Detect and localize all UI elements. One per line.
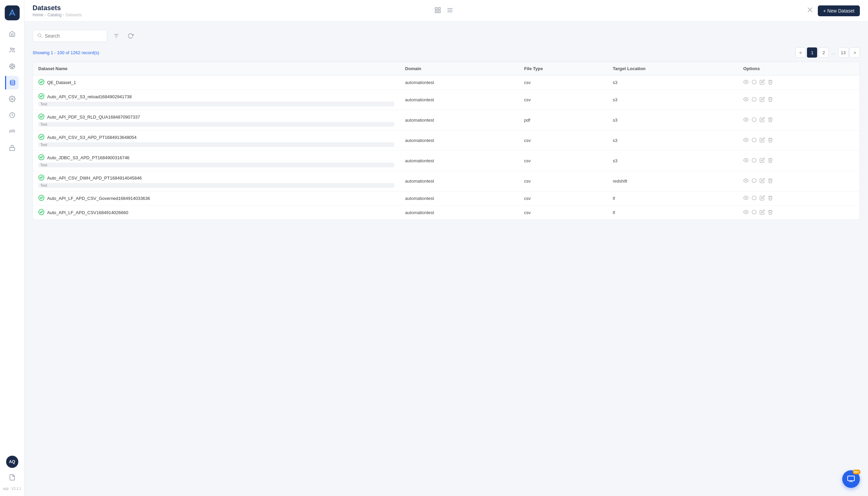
edit-icon[interactable] <box>760 178 765 184</box>
cell-target: s3 <box>607 151 738 171</box>
table-row: Auto_JDBC_S3_APD_PT1684900316746 Test au… <box>33 151 859 171</box>
avatar[interactable]: AQ <box>6 456 18 468</box>
cell-options <box>738 90 859 110</box>
view-icon[interactable] <box>743 210 749 216</box>
sidebar-item-home[interactable] <box>5 27 19 41</box>
clone-icon[interactable] <box>751 210 757 216</box>
svg-point-37 <box>745 119 747 120</box>
dataset-name-text[interactable]: Auto_API_CSV_DWH_APD_PT1684914045846 <box>47 175 142 181</box>
delete-icon[interactable] <box>768 79 773 86</box>
pagination-page-13[interactable]: 13 <box>838 47 848 58</box>
svg-point-41 <box>745 139 747 141</box>
clone-icon[interactable] <box>751 195 757 202</box>
pagination-prev[interactable]: < <box>795 47 806 58</box>
breadcrumb-home[interactable]: Home <box>32 13 43 17</box>
pagination-page-1[interactable]: 1 <box>807 47 817 58</box>
svg-point-45 <box>745 159 747 161</box>
view-icon[interactable] <box>743 137 749 144</box>
pagination: < 1 2 ... 13 > <box>795 47 860 58</box>
content-area: Showing 1 - 100 of 1262 record(s) < 1 2 … <box>25 22 868 496</box>
view-icon[interactable] <box>743 157 749 164</box>
dataset-name-text[interactable]: Auto_API_CSV_S3_reload1684902941738 <box>47 94 132 99</box>
view-icon[interactable] <box>743 79 749 86</box>
filter-button[interactable] <box>111 31 121 41</box>
status-icon <box>38 174 44 182</box>
edit-icon[interactable] <box>760 210 765 216</box>
clone-icon[interactable] <box>751 178 757 184</box>
dataset-name-text[interactable]: Auto_API_LF_APD_CSV_Governed168491403363… <box>47 196 150 201</box>
edit-icon[interactable] <box>760 96 765 103</box>
cell-options <box>738 171 859 191</box>
col-options: Options <box>738 62 859 76</box>
new-dataset-button[interactable]: + New Dataset <box>818 5 860 16</box>
svg-rect-59 <box>848 476 854 481</box>
clone-icon[interactable] <box>751 79 757 86</box>
list-view-icon[interactable] <box>447 7 453 15</box>
pagination-page-2[interactable]: 2 <box>819 47 829 58</box>
cell-domain: automationtest <box>400 171 519 191</box>
cell-target: s3 <box>607 130 738 151</box>
records-info-row: Showing 1 - 100 of 1262 record(s) < 1 2 … <box>32 47 860 58</box>
sidebar-item-waves[interactable] <box>5 125 19 138</box>
cell-target: lf <box>607 206 738 220</box>
close-icon[interactable] <box>806 6 814 15</box>
cell-name: Auto_API_LF_APD_CSV_Governed168491403363… <box>33 191 400 206</box>
dataset-name-text[interactable]: Auto_API_LF_APD_CSV1684914026660 <box>47 210 128 215</box>
table-row: Auto_API_CSV_S3_APD_PT1684913648054 Test… <box>33 130 859 151</box>
svg-point-10 <box>11 98 13 100</box>
clone-icon[interactable] <box>751 96 757 103</box>
breadcrumb-catalog[interactable]: Catalog <box>47 13 61 17</box>
sidebar-item-settings[interactable] <box>5 92 19 106</box>
view-icon[interactable] <box>743 96 749 103</box>
cell-name: Auto_JDBC_S3_APD_PT1684900316746 Test <box>33 151 400 171</box>
cell-target: lf <box>607 191 738 206</box>
clone-icon[interactable] <box>751 117 757 123</box>
edit-icon[interactable] <box>760 195 765 202</box>
edit-icon[interactable] <box>760 79 765 86</box>
edit-icon[interactable] <box>760 157 765 164</box>
status-icon <box>38 93 44 100</box>
sidebar-item-doc[interactable] <box>5 470 19 484</box>
cell-target: s3 <box>607 90 738 110</box>
dataset-name-text[interactable]: Auto_API_CSV_S3_APD_PT1684913648054 <box>47 135 137 140</box>
pagination-next[interactable]: > <box>850 47 860 58</box>
sidebar-item-users[interactable] <box>5 43 19 57</box>
col-dataset-name: Dataset Name <box>33 62 400 76</box>
view-icon[interactable] <box>743 195 749 202</box>
delete-icon[interactable] <box>768 195 773 202</box>
sidebar-item-quality[interactable] <box>5 60 19 73</box>
sidebar-item-datasets[interactable] <box>5 76 19 90</box>
sidebar-item-bag[interactable] <box>5 141 19 155</box>
clone-icon[interactable] <box>751 137 757 144</box>
grid-view-icon[interactable] <box>434 7 441 15</box>
delete-icon[interactable] <box>768 210 773 216</box>
cell-domain: automationtest <box>400 206 519 220</box>
cell-name: Auto_API_PDF_S3_RLD_QUA1684870907337 Tes… <box>33 110 400 130</box>
cell-name: Auto_API_CSV_S3_APD_PT1684913648054 Test <box>33 130 400 151</box>
chat-fab[interactable]: 99+ <box>842 470 860 488</box>
edit-icon[interactable] <box>760 117 765 123</box>
dataset-name-text[interactable]: Auto_JDBC_S3_APD_PT1684900316746 <box>47 155 130 160</box>
topbar-title-area: Datasets Home › Catalog › Datasets <box>32 4 82 17</box>
delete-icon[interactable] <box>768 117 773 123</box>
datasets-table: Dataset Name Domain File Type Target Loc… <box>32 62 860 220</box>
app-logo[interactable] <box>5 5 20 20</box>
delete-icon[interactable] <box>768 178 773 184</box>
dataset-name-text[interactable]: QE_Dataset_1 <box>47 80 76 85</box>
cell-file-type: csv <box>519 171 607 191</box>
delete-icon[interactable] <box>768 96 773 103</box>
search-input[interactable] <box>45 33 103 38</box>
delete-icon[interactable] <box>768 137 773 144</box>
clone-icon[interactable] <box>751 157 757 164</box>
edit-icon[interactable] <box>760 137 765 144</box>
sidebar-item-schedule[interactable] <box>5 108 19 122</box>
status-icon <box>38 209 44 216</box>
refresh-button[interactable] <box>125 31 136 41</box>
dataset-name-text[interactable]: Auto_API_PDF_S3_RLD_QUA1684870907337 <box>47 114 140 120</box>
svg-rect-12 <box>10 148 15 151</box>
delete-icon[interactable] <box>768 157 773 164</box>
svg-line-23 <box>40 36 41 37</box>
table-row: Auto_API_LF_APD_CSV_Governed168491403363… <box>33 191 859 206</box>
view-icon[interactable] <box>743 117 749 123</box>
view-icon[interactable] <box>743 178 749 184</box>
